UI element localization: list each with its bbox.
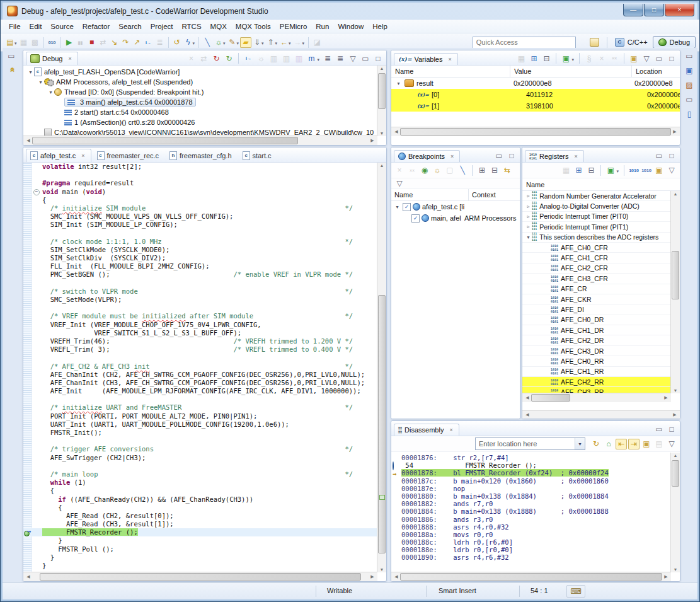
collapse-all-icon[interactable]: ⊟ <box>541 53 552 64</box>
remove-all-icon[interactable]: ×× <box>406 165 418 176</box>
variables-row[interactable]: (x)=[1]31981000x200000ec <box>391 100 680 112</box>
code-line[interactable]: VREF_SWITCH_S1_L_S2_L_S3_L_BUFF_OFF); <box>23 329 377 337</box>
use-step-filters-icon[interactable]: ▥ <box>293 53 304 64</box>
link-with-debug-icon[interactable]: ⇆ <box>502 165 513 176</box>
minimize-icon[interactable]: ▭ <box>653 150 665 161</box>
code-line[interactable]: if ((AFE_ChanReady(CH2)) && (AFE_ChanRea… <box>23 495 377 504</box>
maximize-icon[interactable]: □ <box>666 53 677 64</box>
debug-tree-item[interactable]: 1 (AsmSection)() crt0.s:28 0x00000426 <box>23 117 377 127</box>
variables-hscrollbar[interactable]: ◀▶ <box>391 127 680 136</box>
collapse-all-icon[interactable]: ⊟ <box>489 165 500 176</box>
new-view-icon[interactable]: ▣ <box>628 53 640 64</box>
menu-rtcs[interactable]: RTCS <box>178 21 206 32</box>
forward-history-icon[interactable]: → <box>292 37 304 48</box>
code-line[interactable] <box>23 437 377 445</box>
registers-name-header[interactable]: Name <box>522 179 680 190</box>
code-line[interactable]: −void main (void) <box>23 188 377 196</box>
register-row[interactable]: 1010 0101AFE_CH2_DR <box>522 335 671 345</box>
perspective-debug-button[interactable]: Debug <box>653 36 696 49</box>
new-view-icon[interactable]: ▣ <box>641 439 652 449</box>
menu-refactor[interactable]: Refactor <box>78 21 114 32</box>
open-perspective-button[interactable] <box>585 36 604 49</box>
disassembly-line[interactable]: 00001880: b main+0x138 (0x1884) ; 0x0000… <box>391 492 671 500</box>
code-line[interactable]: SIM_SetClkDiv (SYSCLK_DIV2); <box>23 254 377 262</box>
keyboard-status-icon[interactable]: ⌨ <box>566 585 585 598</box>
memory-view-icon[interactable]: ▨ <box>684 79 695 90</box>
show-for-selection-icon[interactable]: ◉ <box>419 165 430 176</box>
remove-selected-icon[interactable]: × <box>394 165 405 176</box>
registers-detail-scrollbar[interactable]: ◀▶ <box>522 410 680 419</box>
refresh-icon[interactable]: ▣ <box>560 53 571 64</box>
remove-all-terminated-icon[interactable]: × <box>185 53 197 64</box>
close-icon[interactable]: × <box>448 426 454 434</box>
code-line[interactable]: #pragma required=result <box>23 179 377 187</box>
code-line[interactable] <box>23 304 377 312</box>
variables-column-location[interactable]: Location <box>632 66 680 77</box>
register-row[interactable]: 1010 0101AFE_CH1_DR <box>522 325 671 335</box>
code-line[interactable] <box>23 279 377 287</box>
drop-to-frame-icon[interactable]: ▥ <box>280 53 292 64</box>
breakpoint-checkbox[interactable]: ✓ <box>403 203 411 211</box>
menu-mqx[interactable]: MQX <box>206 21 231 32</box>
editor-hscrollbar[interactable]: ◀▶ <box>23 572 377 581</box>
registers-hscrollbar[interactable]: ◀▶ <box>522 393 671 402</box>
copy-stack-icon[interactable]: ▥ <box>268 53 279 64</box>
restore-fast-view-icon[interactable]: ▭ <box>6 50 17 61</box>
register-row[interactable]: 1010 0101AFE_CH0_RR <box>522 356 671 366</box>
editor-vscrollbar[interactable]: ▲▼ <box>377 163 386 572</box>
new-launch-dropdown-icon[interactable]: ▾ <box>223 41 226 46</box>
disassembly-line[interactable]: 0000188a: movs r0,r0 <box>391 531 671 538</box>
register-row[interactable]: ▾111 111 111This section describes the A… <box>522 233 671 243</box>
code-line[interactable]: AFE_Read (CH3, &result[1]); <box>23 520 377 528</box>
quick-access-input[interactable] <box>473 37 576 49</box>
variables-row[interactable]: ▾result0x200000e80x200000e8 <box>391 78 680 89</box>
terminate-and-relaunch-icon[interactable]: ↻ <box>210 53 222 64</box>
save-all-icon[interactable]: ▩ <box>30 37 41 48</box>
maximize-icon[interactable]: □ <box>666 424 677 434</box>
close-window-button[interactable]: × <box>665 4 694 16</box>
binary-counter-icon[interactable]: 010 <box>47 37 58 48</box>
close-icon[interactable]: × <box>80 152 86 159</box>
code-line[interactable] <box>23 395 377 403</box>
code-line[interactable]: FMSTR_Init(); <box>23 429 377 437</box>
disassembly-vscrollbar[interactable]: ▲▼ <box>670 453 680 572</box>
register-row[interactable]: ▹111 111 111Analog-to-Digital Converter … <box>522 201 671 211</box>
editor-tab-start-c[interactable]: cstart.c <box>238 149 277 162</box>
code-line[interactable]: UART_Init (UART1, UART_MODULE_POLLMODE_C… <box>23 420 377 429</box>
overview-ruler-mark[interactable] <box>379 495 385 500</box>
maximize-icon[interactable]: □ <box>666 150 677 161</box>
code-line[interactable] <box>23 171 377 179</box>
pin-editor-icon[interactable]: ◪ <box>311 37 323 48</box>
track-expression-icon[interactable]: ⇥ <box>628 439 640 449</box>
disassembly-line[interactable]: 00001884: b main+0x138 (0x1888) ; 0x0000… <box>391 507 671 515</box>
refresh-view-icon[interactable]: ↻ <box>590 439 602 449</box>
memory-browser-icon[interactable]: ▯ <box>684 108 695 119</box>
code-line[interactable]: /* switch to VLPR mode */ <box>23 287 377 296</box>
refresh-icon[interactable]: ▣ <box>605 165 616 176</box>
register-row[interactable]: 1010 0101AFE_CH2_CFR <box>522 263 671 274</box>
editor-tab-afelp-test-c[interactable]: cafelp_test.c× <box>26 149 91 162</box>
back-history-dropdown-icon[interactable]: ▾ <box>289 41 291 46</box>
tab-breakpoints[interactable]: Breakpoints × <box>394 150 460 162</box>
tab-debug[interactable]: Debug × <box>26 52 78 65</box>
collapse-all-icon[interactable]: ⊟ <box>585 165 597 176</box>
minimize-icon[interactable]: ▭ <box>493 150 505 161</box>
console-view-icon[interactable]: ▣ <box>684 65 695 76</box>
fast-view-chevron-icon[interactable]: » <box>7 65 16 75</box>
code-line[interactable]: { <box>23 504 377 512</box>
register-row[interactable]: 1010 0101AFE_CH1_RR <box>522 367 671 377</box>
run-to-line-icon[interactable]: i→ <box>143 37 154 48</box>
variables-column-value[interactable]: Value <box>510 66 632 77</box>
menu-file[interactable]: File <box>4 21 25 32</box>
pause-icon[interactable]: ▮▮ <box>75 37 86 48</box>
register-row[interactable]: 1010 0101AFE_CH3_DR <box>522 346 671 356</box>
register-row[interactable]: 1010 0101AFE_CH1_CFR <box>522 253 671 263</box>
step-into-view-icon[interactable]: i→ <box>243 53 254 64</box>
code-line[interactable]: { <box>23 487 377 495</box>
restore-view-2-icon[interactable]: ▭ <box>684 94 695 105</box>
disassembly-line[interactable]: 00001890: asrs r4,r6,#32 <box>391 553 671 561</box>
instruction-stepping-icon[interactable]: ≣ <box>154 37 166 48</box>
breakpoints-column-context[interactable]: Context <box>469 189 520 200</box>
view-menu-icon[interactable]: ▽ <box>394 178 405 189</box>
show-logical-structure-icon[interactable]: ⊞ <box>573 165 584 176</box>
